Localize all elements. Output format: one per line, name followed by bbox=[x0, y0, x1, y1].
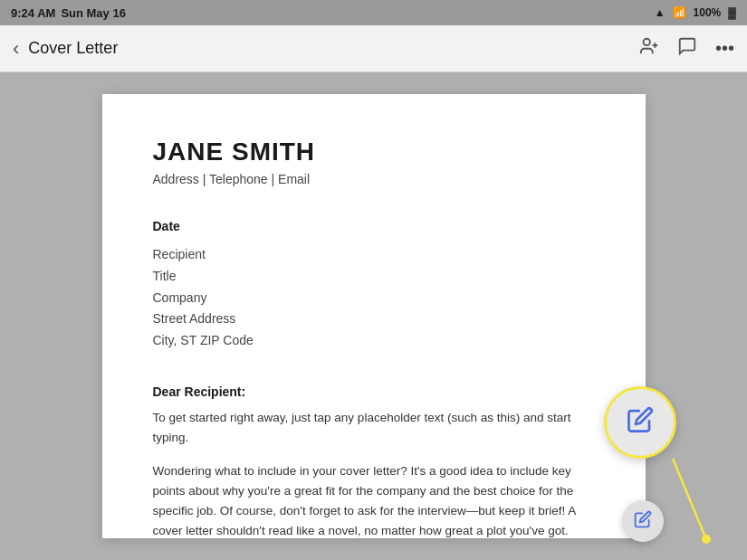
battery-icon: ▓ bbox=[728, 6, 736, 19]
recipient-street[interactable]: Street Address bbox=[153, 308, 595, 330]
status-day: Sun May 16 bbox=[61, 6, 126, 20]
svg-point-4 bbox=[702, 535, 711, 544]
status-bar: 9:24 AM Sun May 16 ▲ 📶 100% ▓ bbox=[0, 0, 747, 25]
wifi-icon: ▲ bbox=[655, 6, 666, 19]
body-paragraph-1[interactable]: To get started right away, just tap any … bbox=[153, 408, 595, 449]
svg-point-0 bbox=[644, 39, 650, 45]
status-time: 9:24 AM bbox=[11, 6, 55, 20]
add-person-icon[interactable] bbox=[639, 36, 659, 61]
document-paper: Jane Smith Address | Telephone | Email D… bbox=[102, 94, 646, 538]
page-title: Cover Letter bbox=[28, 39, 639, 58]
comment-icon[interactable] bbox=[677, 36, 697, 61]
author-contact[interactable]: Address | Telephone | Email bbox=[153, 172, 595, 186]
toolbar: ‹ Cover Letter ••• bbox=[0, 25, 747, 72]
toolbar-icons: ••• bbox=[639, 36, 734, 61]
battery-level: 100% bbox=[694, 6, 722, 19]
recipient-title[interactable]: Title bbox=[153, 266, 595, 288]
status-left: 9:24 AM Sun May 16 bbox=[11, 6, 126, 20]
body-paragraph-2[interactable]: Wondering what to include in your cover … bbox=[153, 461, 595, 542]
edit-fab-small[interactable] bbox=[622, 500, 664, 542]
more-icon[interactable]: ••• bbox=[715, 38, 734, 59]
back-button[interactable]: ‹ bbox=[13, 37, 19, 61]
signal-icon: 📶 bbox=[673, 6, 686, 19]
edit-fab-large[interactable] bbox=[604, 386, 676, 459]
document-area: Jane Smith Address | Telephone | Email D… bbox=[0, 72, 747, 560]
recipient-block: Recipient Title Company Street Address C… bbox=[153, 244, 595, 352]
salutation[interactable]: Dear Recipient: bbox=[153, 384, 595, 399]
author-name[interactable]: Jane Smith bbox=[153, 138, 595, 166]
recipient-company[interactable]: Company bbox=[153, 288, 595, 309]
status-right: ▲ 📶 100% ▓ bbox=[655, 6, 736, 19]
edit-icon-small bbox=[634, 510, 652, 533]
edit-icon-large bbox=[627, 406, 654, 440]
date-label[interactable]: Date bbox=[153, 219, 595, 233]
recipient-city-state-zip[interactable]: City, ST ZIP Code bbox=[153, 330, 595, 352]
recipient-name[interactable]: Recipient bbox=[153, 244, 595, 266]
svg-line-3 bbox=[673, 459, 706, 539]
